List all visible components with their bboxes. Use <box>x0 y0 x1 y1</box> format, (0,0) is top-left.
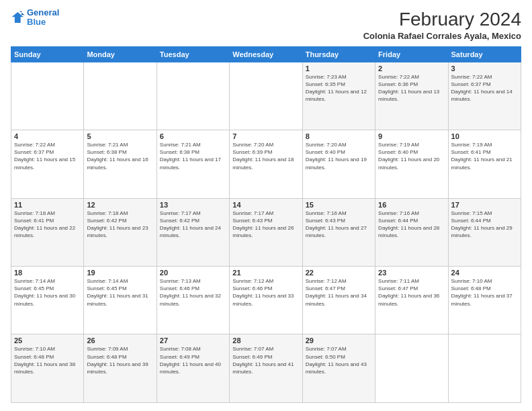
main-title: February 2024 <box>363 8 521 31</box>
table-row <box>84 62 157 130</box>
table-row: 14Sunrise: 7:17 AMSunset: 6:43 PMDayligh… <box>230 198 302 266</box>
table-row: 15Sunrise: 7:16 AMSunset: 6:43 PMDayligh… <box>302 198 375 266</box>
table-row <box>230 62 302 130</box>
day-info: Sunrise: 7:10 AMSunset: 6:48 PMDaylight:… <box>451 277 518 308</box>
table-row: 29Sunrise: 7:07 AMSunset: 6:50 PMDayligh… <box>302 334 375 403</box>
day-info: Sunrise: 7:10 AMSunset: 6:48 PMDaylight:… <box>14 345 81 375</box>
day-number: 16 <box>378 201 445 209</box>
table-row: 25Sunrise: 7:10 AMSunset: 6:48 PMDayligh… <box>11 334 84 403</box>
table-row: 24Sunrise: 7:10 AMSunset: 6:48 PMDayligh… <box>448 267 521 334</box>
col-wednesday: Wednesday <box>230 46 302 62</box>
header: General Blue February 2024 Colonia Rafae… <box>11 8 521 41</box>
col-thursday: Thursday <box>302 46 375 62</box>
day-info: Sunrise: 7:12 AMSunset: 6:46 PMDaylight:… <box>232 277 299 308</box>
logo: General Blue <box>11 8 59 28</box>
calendar-week-row: 1Sunrise: 7:23 AMSunset: 6:35 PMDaylight… <box>11 62 521 130</box>
day-number: 19 <box>87 269 153 277</box>
day-number: 25 <box>14 336 81 345</box>
day-info: Sunrise: 7:19 AMSunset: 6:40 PMDaylight:… <box>378 141 445 171</box>
table-row: 10Sunrise: 7:19 AMSunset: 6:41 PMDayligh… <box>448 130 521 198</box>
day-number: 1 <box>306 64 372 73</box>
day-info: Sunrise: 7:07 AMSunset: 6:49 PMDaylight:… <box>232 345 299 375</box>
day-info: Sunrise: 7:17 AMSunset: 6:42 PMDaylight:… <box>160 210 226 240</box>
table-row <box>11 62 84 130</box>
day-info: Sunrise: 7:18 AMSunset: 6:41 PMDaylight:… <box>14 210 81 240</box>
logo-icon <box>11 10 26 25</box>
day-info: Sunrise: 7:22 AMSunset: 6:37 PMDaylight:… <box>14 141 81 171</box>
day-number: 14 <box>232 201 299 209</box>
day-number: 7 <box>232 132 299 140</box>
col-sunday: Sunday <box>11 46 84 62</box>
table-row: 27Sunrise: 7:08 AMSunset: 6:49 PMDayligh… <box>157 334 229 403</box>
day-number: 4 <box>14 132 81 140</box>
day-number: 29 <box>306 336 372 345</box>
day-info: Sunrise: 7:14 AMSunset: 6:45 PMDaylight:… <box>87 277 153 308</box>
day-number: 28 <box>232 336 299 345</box>
day-number: 24 <box>451 269 518 277</box>
col-monday: Monday <box>84 46 157 62</box>
table-row <box>157 62 229 130</box>
col-tuesday: Tuesday <box>157 46 229 62</box>
day-number: 2 <box>378 64 445 73</box>
day-number: 6 <box>160 132 226 140</box>
day-info: Sunrise: 7:13 AMSunset: 6:46 PMDaylight:… <box>160 277 226 308</box>
day-number: 21 <box>232 269 299 277</box>
calendar-week-row: 4Sunrise: 7:22 AMSunset: 6:37 PMDaylight… <box>11 130 521 198</box>
title-block: February 2024 Colonia Rafael Corrales Ay… <box>363 8 521 41</box>
table-row: 6Sunrise: 7:21 AMSunset: 6:38 PMDaylight… <box>157 130 229 198</box>
day-number: 27 <box>160 336 226 345</box>
day-number: 18 <box>14 269 81 277</box>
day-info: Sunrise: 7:12 AMSunset: 6:47 PMDaylight:… <box>306 277 372 308</box>
table-row: 26Sunrise: 7:09 AMSunset: 6:48 PMDayligh… <box>84 334 157 403</box>
day-info: Sunrise: 7:18 AMSunset: 6:42 PMDaylight:… <box>87 210 153 240</box>
day-info: Sunrise: 7:07 AMSunset: 6:50 PMDaylight:… <box>306 345 372 375</box>
table-row <box>448 334 521 403</box>
day-number: 12 <box>87 201 153 209</box>
table-row: 7Sunrise: 7:20 AMSunset: 6:39 PMDaylight… <box>230 130 302 198</box>
day-info: Sunrise: 7:09 AMSunset: 6:48 PMDaylight:… <box>87 345 153 375</box>
day-info: Sunrise: 7:16 AMSunset: 6:44 PMDaylight:… <box>378 210 445 240</box>
day-info: Sunrise: 7:16 AMSunset: 6:43 PMDaylight:… <box>306 210 372 240</box>
day-info: Sunrise: 7:22 AMSunset: 6:36 PMDaylight:… <box>378 73 445 103</box>
table-row: 12Sunrise: 7:18 AMSunset: 6:42 PMDayligh… <box>84 198 157 266</box>
day-number: 9 <box>378 132 445 140</box>
day-number: 17 <box>451 201 518 209</box>
day-number: 20 <box>160 269 226 277</box>
table-row <box>375 334 448 403</box>
subtitle: Colonia Rafael Corrales Ayala, Mexico <box>363 31 521 41</box>
table-row: 22Sunrise: 7:12 AMSunset: 6:47 PMDayligh… <box>302 267 375 334</box>
day-info: Sunrise: 7:20 AMSunset: 6:40 PMDaylight:… <box>306 141 372 171</box>
day-number: 26 <box>87 336 153 345</box>
day-info: Sunrise: 7:14 AMSunset: 6:45 PMDaylight:… <box>14 277 81 308</box>
day-number: 8 <box>306 132 372 140</box>
day-number: 15 <box>306 201 372 209</box>
day-number: 11 <box>14 201 81 209</box>
table-row: 1Sunrise: 7:23 AMSunset: 6:35 PMDaylight… <box>302 62 375 130</box>
day-number: 3 <box>451 64 518 73</box>
table-row: 13Sunrise: 7:17 AMSunset: 6:42 PMDayligh… <box>157 198 229 266</box>
table-row: 4Sunrise: 7:22 AMSunset: 6:37 PMDaylight… <box>11 130 84 198</box>
table-row: 3Sunrise: 7:22 AMSunset: 6:37 PMDaylight… <box>448 62 521 130</box>
table-row: 23Sunrise: 7:11 AMSunset: 6:47 PMDayligh… <box>375 267 448 334</box>
day-info: Sunrise: 7:15 AMSunset: 6:44 PMDaylight:… <box>451 210 518 240</box>
table-row: 11Sunrise: 7:18 AMSunset: 6:41 PMDayligh… <box>11 198 84 266</box>
col-saturday: Saturday <box>448 46 521 62</box>
table-row: 19Sunrise: 7:14 AMSunset: 6:45 PMDayligh… <box>84 267 157 334</box>
page: General Blue February 2024 Colonia Rafae… <box>0 0 532 411</box>
day-info: Sunrise: 7:19 AMSunset: 6:41 PMDaylight:… <box>451 141 518 171</box>
day-number: 5 <box>87 132 153 140</box>
day-number: 23 <box>378 269 445 277</box>
table-row: 9Sunrise: 7:19 AMSunset: 6:40 PMDaylight… <box>375 130 448 198</box>
day-number: 10 <box>451 132 518 140</box>
calendar-header-row: Sunday Monday Tuesday Wednesday Thursday… <box>11 46 521 62</box>
calendar-week-row: 11Sunrise: 7:18 AMSunset: 6:41 PMDayligh… <box>11 198 521 266</box>
calendar-week-row: 18Sunrise: 7:14 AMSunset: 6:45 PMDayligh… <box>11 267 521 334</box>
table-row: 20Sunrise: 7:13 AMSunset: 6:46 PMDayligh… <box>157 267 229 334</box>
col-friday: Friday <box>375 46 448 62</box>
day-info: Sunrise: 7:22 AMSunset: 6:37 PMDaylight:… <box>451 73 518 103</box>
day-number: 22 <box>306 269 372 277</box>
table-row: 16Sunrise: 7:16 AMSunset: 6:44 PMDayligh… <box>375 198 448 266</box>
table-row: 17Sunrise: 7:15 AMSunset: 6:44 PMDayligh… <box>448 198 521 266</box>
table-row: 8Sunrise: 7:20 AMSunset: 6:40 PMDaylight… <box>302 130 375 198</box>
table-row: 2Sunrise: 7:22 AMSunset: 6:36 PMDaylight… <box>375 62 448 130</box>
